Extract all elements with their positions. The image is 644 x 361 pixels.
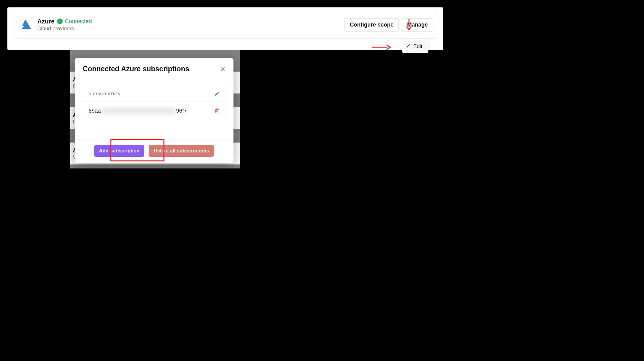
edit-menu-label: Edit	[413, 44, 422, 50]
subscription-table-header: SUBSCRIPTION	[83, 86, 225, 102]
azure-logo-icon	[19, 18, 32, 31]
subscription-row: 69aa 96f7	[83, 102, 225, 120]
connection-status: Connected	[65, 18, 92, 25]
edit-subscription-icon[interactable]	[214, 91, 220, 97]
configure-scope-button[interactable]: Configure scope	[345, 18, 399, 31]
top-panel: Azure Connected Cloud providers Configur…	[7, 7, 443, 50]
provider-name: Azure	[37, 18, 55, 25]
subscription-table: SUBSCRIPTION 69aa 96f7	[83, 86, 225, 120]
provider-card: Azure Connected Cloud providers Configur…	[14, 11, 437, 39]
provider-category: Cloud providers	[37, 26, 345, 32]
provider-text: Azure Connected Cloud providers	[37, 18, 345, 32]
check-circle-icon	[57, 19, 63, 24]
redacted-segment	[101, 107, 175, 114]
manage-dropdown: Edit	[402, 40, 428, 53]
subscription-id: 69aa 96f7	[89, 107, 187, 114]
modal-header: Connected Azure subscriptions	[75, 58, 233, 79]
modal-body: SUBSCRIPTION 69aa 96f7	[75, 79, 233, 139]
subscriptions-modal: Connected Azure subscriptions SUBSCRIPTI…	[75, 58, 233, 163]
modal-title: Connected Azure subscriptions	[83, 65, 189, 73]
delete-all-subscriptions-button[interactable]: Delete all subscriptions	[149, 145, 214, 157]
edit-menu-item[interactable]: Edit	[403, 41, 427, 52]
annotation-arrow-down-icon	[406, 19, 412, 31]
close-icon[interactable]	[220, 66, 225, 72]
subscription-column-header: SUBSCRIPTION	[89, 92, 121, 96]
annotation-arrow-right-icon	[372, 44, 391, 52]
pencil-icon	[406, 43, 411, 50]
card-actions: Configure scope Manage	[345, 18, 433, 31]
modal-footer: Add subscription Delete all subscription…	[75, 139, 233, 163]
add-subscription-button[interactable]: Add subscription	[94, 145, 145, 157]
delete-subscription-icon[interactable]	[214, 108, 220, 114]
